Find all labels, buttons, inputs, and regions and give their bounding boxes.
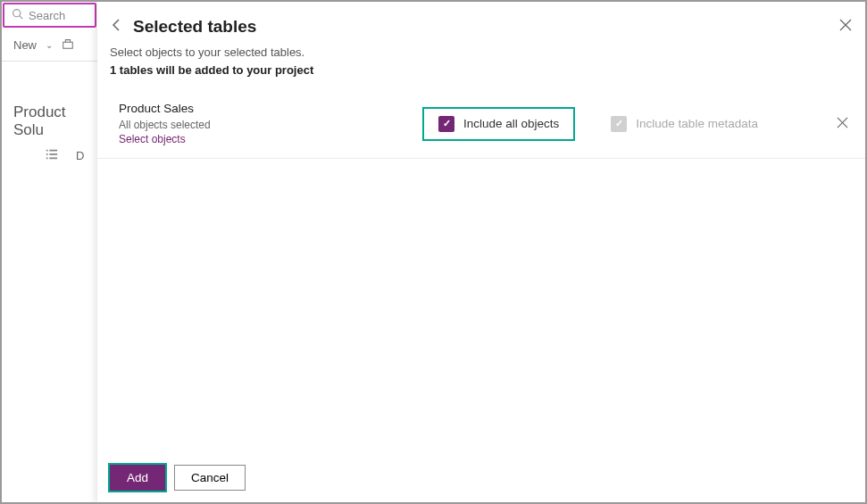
check-icon: ✓ (615, 118, 623, 129)
svg-rect-7 (46, 158, 48, 160)
panel-footer: Add Cancel (97, 452, 866, 503)
list-icon (46, 148, 58, 163)
cancel-button[interactable]: Cancel (174, 465, 246, 491)
add-button[interactable]: Add (110, 465, 165, 491)
selected-tables-panel: Selected tables Select objects to your s… (97, 1, 866, 503)
table-info: Product Sales All objects selected Selec… (119, 102, 422, 145)
bg-toolbar: New ⌄ (1, 29, 99, 62)
svg-rect-5 (46, 153, 48, 155)
check-icon: ✓ (443, 118, 451, 129)
background-app: Search New ⌄ Product Solu D (1, 1, 99, 504)
include-metadata-label: Include table metadata (636, 117, 758, 130)
svg-rect-6 (49, 153, 57, 155)
svg-rect-3 (46, 150, 48, 152)
bg-row: D (46, 148, 84, 163)
back-arrow-icon[interactable] (110, 18, 124, 36)
publish-icon[interactable] (62, 37, 74, 53)
search-box[interactable]: Search (3, 3, 96, 28)
desc-line2: 1 tables will be added to your project (110, 62, 854, 79)
chevron-down-icon[interactable]: ⌄ (46, 40, 53, 50)
svg-rect-8 (49, 158, 57, 160)
close-icon[interactable] (839, 19, 852, 35)
include-all-label: Include all objects (463, 117, 559, 130)
desc-line1: Select objects to your selected tables. (110, 44, 854, 62)
panel-header: Selected tables (97, 1, 866, 44)
panel-description: Select objects to your selected tables. … (97, 44, 866, 93)
bg-row-label: D (76, 149, 84, 162)
panel-title: Selected tables (133, 17, 256, 37)
remove-table-icon[interactable] (837, 117, 848, 131)
svg-line-1 (20, 16, 22, 19)
select-objects-link[interactable]: Select objects (119, 133, 422, 145)
svg-point-0 (13, 10, 21, 17)
include-all-objects-group[interactable]: ✓ Include all objects (422, 107, 575, 141)
table-subtitle: All objects selected (119, 119, 422, 131)
table-row: Product Sales All objects selected Selec… (97, 93, 866, 159)
table-name: Product Sales (119, 102, 422, 115)
search-placeholder: Search (29, 9, 65, 22)
page-title: Product Solu (13, 103, 99, 139)
include-metadata-checkbox: ✓ (611, 116, 627, 132)
search-icon (12, 8, 23, 22)
include-all-checkbox[interactable]: ✓ (438, 116, 454, 132)
svg-rect-2 (63, 42, 73, 48)
new-button-label[interactable]: New (13, 38, 37, 52)
svg-rect-4 (49, 150, 57, 152)
include-metadata-group: ✓ Include table metadata (611, 116, 758, 132)
